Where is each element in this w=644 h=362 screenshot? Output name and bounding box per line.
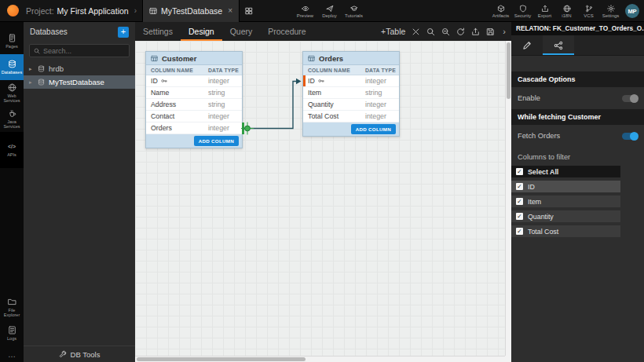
tree-item-label: MyTestDatabase bbox=[49, 78, 104, 86]
rail-item-web-services[interactable]: Web Services bbox=[0, 80, 24, 106]
relation-handle[interactable] bbox=[241, 122, 254, 135]
topbar-action-deploy[interactable]: Deploy bbox=[320, 0, 339, 22]
collapse-panel-icon[interactable]: › bbox=[501, 27, 507, 36]
export-icon[interactable] bbox=[471, 27, 480, 36]
topbar-action-label: i18N bbox=[562, 13, 571, 18]
rail-item-label: Logs bbox=[7, 336, 16, 341]
close-icon[interactable] bbox=[412, 27, 420, 36]
rail-item-apis[interactable]: </>APIs bbox=[0, 132, 24, 168]
document-tab[interactable]: MyTestDatabase × bbox=[142, 0, 240, 22]
rail-item-logs[interactable]: Logs bbox=[0, 320, 24, 346]
column-row-orders[interactable]: Ordersinteger bbox=[146, 122, 242, 134]
design-canvas[interactable]: CustomerCOLUMN NAMEDATA TYPEIDintegerNam… bbox=[135, 41, 505, 356]
column-row-contact[interactable]: Contactinteger bbox=[146, 111, 242, 122]
refresh-icon[interactable] bbox=[456, 27, 465, 36]
enable-toggle[interactable] bbox=[622, 95, 638, 102]
java-icon bbox=[8, 109, 16, 118]
checkbox-icon[interactable]: ✓ bbox=[516, 168, 523, 175]
column-type: integer bbox=[363, 112, 399, 120]
db-tools-button[interactable]: DB Tools bbox=[24, 346, 135, 362]
tree-item-mytestdatabase[interactable]: ▸MyTestDatabase bbox=[24, 75, 135, 89]
filter-item-total-cost[interactable]: ✓Total Cost bbox=[511, 225, 620, 237]
rail-item-label: APIs bbox=[7, 152, 16, 157]
column-header-name: COLUMN NAME bbox=[303, 68, 363, 73]
checkbox-icon[interactable]: ✓ bbox=[516, 198, 523, 205]
tree-item-hrdb[interactable]: ▸hrdb bbox=[24, 62, 135, 75]
vertical-scrollbar[interactable] bbox=[505, 41, 511, 356]
topbar-action-tutorials[interactable]: Tutorials bbox=[344, 0, 364, 22]
key-icon bbox=[318, 78, 324, 84]
overflow-menu-icon[interactable]: … bbox=[0, 346, 24, 362]
toggle-knob bbox=[630, 132, 639, 141]
topbar-action-security[interactable]: Security bbox=[513, 0, 532, 22]
column-row-quantity[interactable]: Quantityinteger bbox=[303, 99, 399, 111]
canvas-toolbar: +Table › bbox=[381, 27, 511, 36]
chevron-right-icon[interactable]: › bbox=[134, 6, 137, 15]
horizontal-scrollbar[interactable] bbox=[135, 356, 505, 362]
user-avatar[interactable]: MP bbox=[625, 4, 639, 18]
filter-item-item[interactable]: ✓Item bbox=[511, 196, 620, 207]
tab-procedure[interactable]: Procedure bbox=[260, 22, 313, 41]
database-tree: ▸hrdb▸MyTestDatabase bbox=[24, 62, 135, 89]
column-header-type: DATA TYPE bbox=[206, 68, 242, 73]
table-card-orders[interactable]: OrdersCOLUMN NAMEDATA TYPEIDintegerItems… bbox=[302, 51, 400, 137]
rail-item-pages[interactable]: Pages bbox=[0, 28, 24, 54]
db-icon bbox=[8, 60, 16, 68]
add-column-button[interactable]: ADD COLUMN bbox=[194, 136, 239, 146]
topbar-action-settings[interactable]: Settings bbox=[601, 0, 620, 22]
project-switcher[interactable]: Project: My First Application bbox=[26, 6, 129, 16]
filter-item-label: Total Cost bbox=[528, 228, 558, 236]
search-icon[interactable] bbox=[426, 27, 435, 36]
table-card-customer[interactable]: CustomerCOLUMN NAMEDATA TYPEIDintegerNam… bbox=[145, 51, 243, 148]
fetch-orders-toggle[interactable] bbox=[622, 133, 638, 140]
relation-line[interactable] bbox=[243, 82, 296, 129]
eye-icon bbox=[302, 5, 309, 13]
topbar-action-i18n[interactable]: i18N bbox=[557, 0, 576, 22]
topbar-action-export[interactable]: Export bbox=[535, 0, 554, 22]
column-row-item[interactable]: Itemstring bbox=[303, 87, 399, 99]
column-row-id[interactable]: IDinteger bbox=[303, 75, 399, 87]
topbar-action-vcs[interactable]: VCS bbox=[579, 0, 598, 22]
column-row-name[interactable]: Namestring bbox=[146, 87, 242, 99]
tab-settings[interactable]: Settings bbox=[135, 22, 181, 41]
db-tools-label: DB Tools bbox=[71, 350, 101, 359]
zoom-icon[interactable] bbox=[441, 27, 450, 36]
rail-item-java-services[interactable]: Java Services bbox=[0, 106, 24, 132]
sidebar-search[interactable] bbox=[29, 44, 130, 57]
search-input[interactable] bbox=[43, 47, 125, 55]
pages-icon bbox=[8, 34, 16, 42]
app-logo-icon[interactable] bbox=[7, 5, 19, 16]
tab-design[interactable]: Design bbox=[181, 22, 222, 41]
add-database-button[interactable]: + bbox=[118, 27, 129, 38]
close-tab-icon[interactable]: × bbox=[228, 6, 232, 15]
send-icon bbox=[326, 5, 334, 13]
horizontal-scrollbar-thumb[interactable] bbox=[137, 357, 306, 361]
filter-item-quantity[interactable]: ✓Quantity bbox=[511, 210, 620, 222]
save-icon[interactable] bbox=[486, 27, 495, 36]
rail-item-databases[interactable]: Databases bbox=[0, 54, 24, 80]
share-tab-icon[interactable] bbox=[543, 35, 574, 55]
checkbox-icon[interactable]: ✓ bbox=[516, 213, 523, 220]
topbar-action-artifacts[interactable]: Artifacts bbox=[491, 0, 510, 22]
filter-item-id[interactable]: ✓ID bbox=[511, 181, 620, 192]
column-name: Quantity bbox=[303, 101, 363, 108]
column-row-total-cost[interactable]: Total Costinteger bbox=[303, 111, 399, 122]
checkbox-icon[interactable]: ✓ bbox=[516, 228, 523, 235]
column-row-address[interactable]: Addressstring bbox=[146, 99, 242, 111]
pencil-tab-icon[interactable] bbox=[511, 35, 543, 55]
filter-item-select-all[interactable]: ✓Select All bbox=[511, 166, 620, 177]
checkbox-icon[interactable]: ✓ bbox=[516, 183, 523, 190]
tab-query[interactable]: Query bbox=[222, 22, 261, 41]
column-name: Item bbox=[303, 89, 363, 97]
vertical-scrollbar-thumb[interactable] bbox=[507, 42, 510, 99]
dashboard-grid-icon[interactable] bbox=[245, 7, 253, 15]
table-footer: ADD COLUMN bbox=[146, 134, 242, 148]
topbar-action-label: Security bbox=[514, 13, 532, 18]
column-name: Orders bbox=[146, 124, 206, 132]
databases-sidebar: Databases + ▸hrdb▸MyTestDatabase DB Tool… bbox=[24, 22, 135, 362]
add-column-button[interactable]: ADD COLUMN bbox=[351, 124, 396, 134]
column-row-id[interactable]: IDinteger bbox=[146, 75, 242, 87]
rail-item-file-explorer[interactable]: File Explorer bbox=[0, 294, 24, 320]
add-table-button[interactable]: +Table bbox=[381, 27, 405, 36]
topbar-action-preview[interactable]: Preview bbox=[295, 0, 315, 22]
